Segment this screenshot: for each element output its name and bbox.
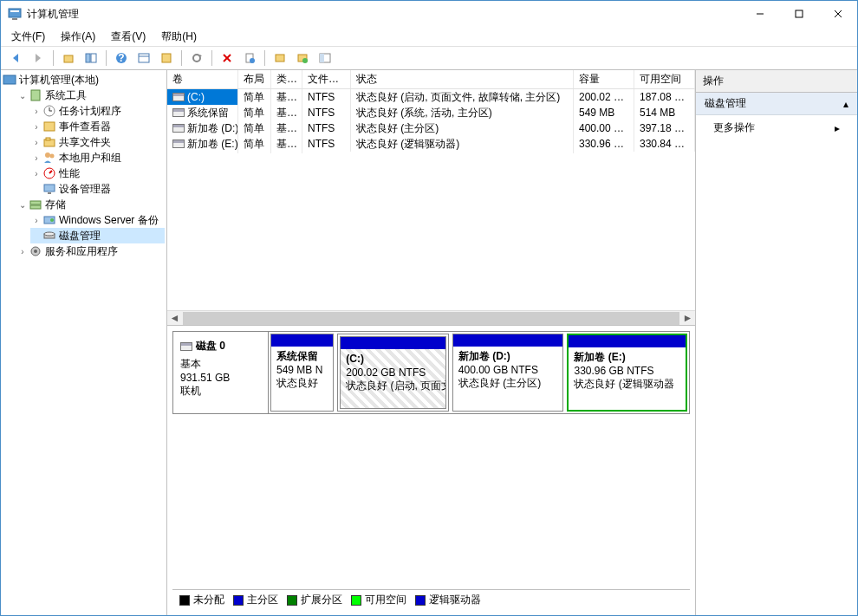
volume-free: 330.84 GB — [634, 136, 695, 152]
tree-shared[interactable]: ›共享文件夹 — [30, 134, 165, 150]
refresh-button[interactable] — [187, 49, 206, 68]
tree-storage[interactable]: ⌄存储 — [16, 197, 165, 212]
properties-button[interactable] — [240, 49, 259, 68]
settings-button[interactable] — [157, 49, 176, 68]
tree-users[interactable]: ›本地用户和组 — [30, 150, 165, 165]
tree-scheduler[interactable]: ›任务计划程序 — [30, 103, 165, 119]
h-scrollbar[interactable]: ◄ ► — [167, 310, 695, 325]
svg-point-49 — [34, 250, 37, 253]
partition-header — [271, 334, 333, 347]
forward-button[interactable] — [29, 49, 48, 68]
view-button[interactable] — [134, 49, 153, 68]
svg-rect-43 — [30, 205, 41, 209]
back-button[interactable] — [6, 49, 25, 68]
action1-button[interactable] — [270, 49, 289, 68]
menu-action[interactable]: 操作(A) — [57, 28, 99, 46]
volume-row[interactable]: 系统保留简单基本NTFS状态良好 (系统, 活动, 主分区)549 MB514 … — [167, 105, 695, 120]
collapse-icon: ▴ — [843, 98, 848, 110]
svg-point-47 — [44, 232, 55, 236]
volume-row[interactable]: 新加卷 (D:)简单基本NTFS状态良好 (主分区)400.00 GB397.1… — [167, 120, 695, 136]
partition[interactable]: (C:)200.02 GB NTFS状态良好 (启动, 页面文 — [337, 334, 449, 412]
center-pane: 卷 布局 类型 文件系统 状态 容量 可用空间 (C:)简单基本NTFS状态良好… — [167, 70, 696, 615]
partition[interactable]: 新加卷 (E:)330.96 GB NTFS状态良好 (逻辑驱动器 — [567, 334, 687, 412]
legend: 未分配 主分区 扩展分区 可用空间 逻辑驱动器 — [172, 589, 690, 610]
col-volume[interactable]: 卷 — [167, 70, 238, 88]
svg-rect-29 — [31, 90, 40, 101]
scroll-thumb[interactable] — [183, 312, 679, 325]
tree-devmgr[interactable]: 设备管理器 — [30, 181, 165, 197]
tree-wsbackup[interactable]: ›Windows Server 备份 — [30, 212, 165, 228]
help-button[interactable]: ? — [112, 49, 131, 68]
legend-logical: 逻辑驱动器 — [415, 593, 481, 607]
disk-partitions: 系统保留549 MB N状态良好(C:)200.02 GB NTFS状态良好 (… — [269, 332, 689, 413]
svg-rect-33 — [44, 122, 55, 131]
volume-row[interactable]: 新加卷 (E:)简单基本NTFS状态良好 (逻辑驱动器)330.96 GB330… — [167, 136, 695, 152]
partition[interactable]: 新加卷 (D:)400.00 GB NTFS状态良好 (主分区) — [452, 334, 564, 412]
svg-rect-9 — [64, 55, 73, 62]
window-title: 计算机管理 — [27, 7, 740, 22]
svg-text:?: ? — [118, 52, 124, 64]
volume-fs: NTFS — [302, 120, 351, 136]
disk-map: 磁盘 0 基本 931.51 GB 联机 系统保留549 MB N状态良好(C:… — [167, 326, 695, 615]
minimize-button[interactable] — [740, 1, 779, 27]
col-fs[interactable]: 文件系统 — [302, 70, 351, 88]
tree-services[interactable]: ›服务和应用程序 — [16, 243, 165, 259]
close-button[interactable] — [818, 1, 857, 27]
partition[interactable]: 系统保留549 MB N状态良好 — [270, 334, 334, 412]
tree-perf[interactable]: ›性能 — [30, 165, 165, 181]
chevron-right-icon: ▸ — [835, 122, 840, 134]
nav-tree[interactable]: 计算机管理(本地) ⌄系统工具 ›任务计划程序 ›事件查看器 ›共享文件夹 ›本… — [1, 70, 167, 615]
maximize-button[interactable] — [779, 1, 818, 27]
action3-button[interactable] — [315, 49, 335, 68]
menu-help[interactable]: 帮助(H) — [158, 28, 200, 46]
menu-file[interactable]: 文件(F) — [8, 28, 49, 46]
svg-rect-16 — [162, 54, 171, 62]
volume-type: 基本 — [271, 135, 302, 153]
delete-button[interactable] — [218, 49, 237, 68]
col-type[interactable]: 类型 — [271, 70, 302, 88]
action2-button[interactable] — [293, 49, 312, 68]
disk-type: 基本 — [180, 357, 261, 372]
volume-fs: NTFS — [302, 105, 351, 120]
scroll-right-icon[interactable]: ► — [680, 311, 695, 326]
svg-rect-0 — [9, 9, 21, 17]
svg-rect-10 — [86, 54, 90, 62]
col-layout[interactable]: 布局 — [238, 70, 271, 88]
legend-primary: 主分区 — [233, 593, 278, 607]
volume-table-body: (C:)简单基本NTFS状态良好 (启动, 页面文件, 故障转储, 主分区)20… — [167, 89, 695, 310]
legend-unalloc: 未分配 — [179, 593, 224, 607]
volume-name: 新加卷 (E:) — [187, 137, 238, 152]
col-capacity[interactable]: 容量 — [574, 70, 634, 88]
svg-rect-2 — [12, 18, 17, 20]
partition-body: 新加卷 (E:)330.96 GB NTFS状态良好 (逻辑驱动器 — [569, 347, 686, 410]
tree-systools[interactable]: ⌄系统工具 — [16, 88, 165, 103]
volume-table: 卷 布局 类型 文件系统 状态 容量 可用空间 (C:)简单基本NTFS状态良好… — [167, 70, 695, 326]
menu-view[interactable]: 查看(V) — [107, 28, 149, 46]
partition-body: 系统保留549 MB N状态良好 — [271, 347, 333, 411]
tree-diskmgmt[interactable]: 磁盘管理 — [30, 228, 165, 243]
legend-extended: 扩展分区 — [287, 593, 342, 607]
disk-size: 931.51 GB — [180, 372, 261, 384]
tree-eventviewer[interactable]: ›事件查看器 — [30, 119, 165, 134]
disk-icon — [180, 342, 192, 351]
partition-body: (C:)200.02 GB NTFS状态良好 (启动, 页面文 — [341, 349, 445, 408]
menubar: 文件(F) 操作(A) 查看(V) 帮助(H) — [1, 27, 857, 46]
disk-info[interactable]: 磁盘 0 基本 931.51 GB 联机 — [173, 332, 269, 413]
col-status[interactable]: 状态 — [351, 70, 574, 88]
volume-fs: NTFS — [302, 89, 351, 105]
drive-icon — [172, 124, 185, 133]
col-free[interactable]: 可用空间 — [634, 70, 695, 88]
up-button[interactable] — [59, 49, 78, 68]
actions-section[interactable]: 磁盘管理 ▴ — [696, 93, 857, 115]
tree-root[interactable]: 计算机管理(本地) — [3, 72, 165, 88]
partition-header — [569, 335, 686, 347]
svg-rect-27 — [320, 54, 324, 62]
scroll-left-icon[interactable]: ◄ — [167, 311, 182, 326]
volume-row[interactable]: (C:)简单基本NTFS状态良好 (启动, 页面文件, 故障转储, 主分区)20… — [167, 89, 695, 105]
svg-point-45 — [50, 218, 54, 222]
drive-icon — [172, 93, 185, 101]
volume-capacity: 200.02 GB — [574, 89, 634, 105]
actions-more[interactable]: 更多操作 ▸ — [696, 115, 857, 140]
legend-free: 可用空间 — [351, 593, 406, 607]
show-hide-tree-button[interactable] — [81, 49, 101, 68]
